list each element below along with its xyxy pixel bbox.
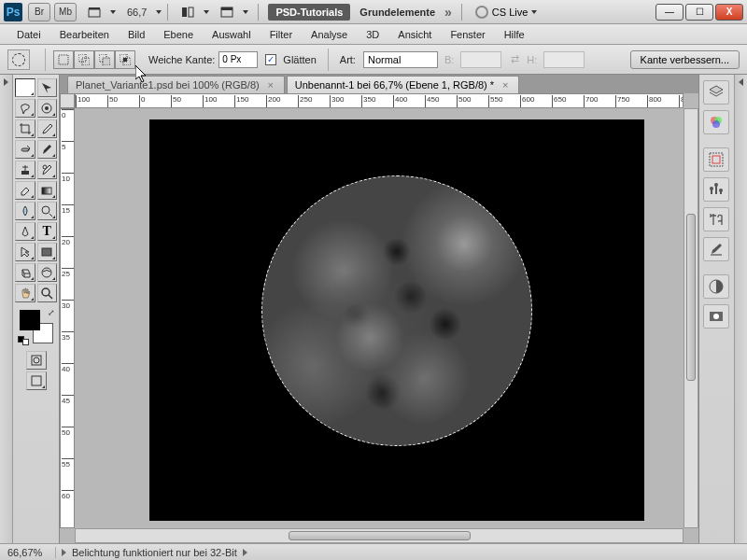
tool-preset-picker[interactable] xyxy=(7,49,30,70)
menu-bild[interactable]: Bild xyxy=(119,26,154,43)
horizontal-ruler[interactable]: 1005005010015020025030035040045050055060… xyxy=(75,93,684,108)
brushes-panel-icon[interactable] xyxy=(703,237,729,261)
photoshop-app-icon: Ps xyxy=(4,3,22,21)
lasso-tool[interactable] xyxy=(15,99,35,118)
minimize-button[interactable]: — xyxy=(655,4,684,21)
scrollbar-thumb[interactable] xyxy=(289,531,471,540)
menu-bearbeiten[interactable]: Bearbeiten xyxy=(50,26,119,43)
menu-3d[interactable]: 3D xyxy=(357,26,388,43)
swap-colors-icon[interactable]: ⤢ xyxy=(48,308,55,317)
play-icon[interactable] xyxy=(62,549,66,556)
color-swatches[interactable]: ⤢ xyxy=(18,308,55,345)
view-extras-icon[interactable] xyxy=(84,3,105,21)
channels-panel-icon[interactable] xyxy=(703,110,729,134)
layers-panel-icon[interactable] xyxy=(703,80,729,105)
clone-stamp-tool[interactable] xyxy=(15,161,35,179)
selection-subtract-button[interactable] xyxy=(94,50,115,69)
workspace-more-icon[interactable]: » xyxy=(444,5,452,20)
svg-rect-37 xyxy=(711,254,722,256)
document-tabs: Planet_Variante1.psd bei 100% (RGB/8)× U… xyxy=(60,75,698,93)
width-label: B: xyxy=(444,54,454,65)
svg-point-31 xyxy=(712,120,720,128)
refine-edge-button[interactable]: Kante verbessern... xyxy=(630,50,740,69)
status-zoom[interactable]: 66,67% xyxy=(4,547,56,558)
document-tab-1[interactable]: Unbenannt-1 bei 66,7% (Ebene 1, RGB/8) *… xyxy=(287,76,519,93)
panel-collapse-left[interactable] xyxy=(0,75,13,543)
menu-filter[interactable]: Filter xyxy=(261,26,302,43)
pen-tool[interactable] xyxy=(15,222,35,241)
navigator-panel-icon[interactable] xyxy=(703,147,729,172)
menu-fenster[interactable]: Fenster xyxy=(441,26,494,43)
eraser-tool[interactable] xyxy=(15,181,35,200)
ruler-origin[interactable] xyxy=(60,93,75,108)
style-select[interactable]: Normal xyxy=(363,51,438,68)
canvas[interactable] xyxy=(149,119,644,521)
close-icon[interactable]: × xyxy=(500,79,511,91)
quick-selection-tool[interactable] xyxy=(37,99,58,118)
3d-rotate-tool[interactable] xyxy=(15,263,35,282)
menu-datei[interactable]: Datei xyxy=(7,26,50,43)
panel-collapse-right[interactable] xyxy=(734,75,747,543)
svg-point-23 xyxy=(42,268,51,277)
default-colors-icon[interactable] xyxy=(18,336,29,345)
adjustments-panel-icon[interactable] xyxy=(703,177,729,202)
vertical-ruler[interactable]: 051015202530354045505560 xyxy=(60,108,75,528)
zoom-tool[interactable] xyxy=(37,284,58,302)
menu-analyse[interactable]: Analyse xyxy=(302,26,357,43)
workspace-psd-tutorials[interactable]: PSD-Tutorials xyxy=(268,4,350,21)
masks-panel-icon[interactable] xyxy=(703,304,729,329)
menu-ansicht[interactable]: Ansicht xyxy=(388,26,441,43)
marquee-tool[interactable] xyxy=(15,78,35,97)
dodge-tool[interactable] xyxy=(37,202,58,220)
svg-rect-3 xyxy=(189,7,193,17)
menu-ebene[interactable]: Ebene xyxy=(154,26,203,43)
chevron-down-icon[interactable] xyxy=(156,10,162,14)
maximize-button[interactable]: ☐ xyxy=(685,4,713,21)
screen-mode-button[interactable] xyxy=(26,371,47,390)
adjustments-circle-icon[interactable] xyxy=(703,274,729,299)
history-brush-tool[interactable] xyxy=(37,161,58,179)
close-icon[interactable]: × xyxy=(265,79,276,91)
menu-hilfe[interactable]: Hilfe xyxy=(495,26,534,43)
svg-rect-22 xyxy=(42,248,51,256)
swap-dimensions-icon: ⇄ xyxy=(507,52,522,67)
selection-intersect-button[interactable] xyxy=(115,50,135,69)
arrange-documents-icon[interactable] xyxy=(177,3,198,21)
svg-point-24 xyxy=(42,288,49,296)
screen-mode-icon[interactable] xyxy=(217,3,237,21)
move-tool[interactable] xyxy=(37,78,58,97)
brush-tool[interactable] xyxy=(37,140,58,159)
zoom-level-label[interactable]: 66,7 xyxy=(127,7,147,18)
hand-tool[interactable] xyxy=(15,284,35,302)
path-selection-tool[interactable] xyxy=(15,243,35,261)
vertical-scrollbar[interactable] xyxy=(684,108,698,528)
svg-rect-19 xyxy=(42,188,51,194)
antialias-checkbox[interactable]: ✓ xyxy=(265,54,276,65)
canvas-viewport[interactable] xyxy=(75,108,684,528)
bridge-button[interactable]: Br xyxy=(28,3,50,21)
rectangle-tool[interactable] xyxy=(37,243,58,261)
feather-input[interactable] xyxy=(218,51,258,68)
type-tool[interactable]: T xyxy=(37,222,58,241)
minibridge-button[interactable]: Mb xyxy=(54,3,77,21)
cs-live-button[interactable]: CS Live xyxy=(475,6,538,19)
workspace-grundelemente[interactable]: Grundelemente xyxy=(359,7,435,18)
quick-mask-button[interactable] xyxy=(26,351,47,370)
play-icon[interactable] xyxy=(243,549,247,556)
eyedropper-tool[interactable] xyxy=(37,119,58,138)
foreground-color[interactable] xyxy=(20,310,40,330)
menu-auswahl[interactable]: Auswahl xyxy=(203,26,261,43)
gradient-tool[interactable] xyxy=(37,181,58,200)
blur-tool[interactable] xyxy=(15,202,35,220)
close-button[interactable]: X xyxy=(715,4,743,21)
character-panel-icon[interactable] xyxy=(703,207,729,231)
horizontal-scrollbar[interactable] xyxy=(75,528,684,543)
document-tab-0[interactable]: Planet_Variante1.psd bei 100% (RGB/8)× xyxy=(67,76,285,93)
scrollbar-thumb[interactable] xyxy=(686,214,696,381)
selection-new-button[interactable] xyxy=(53,50,74,69)
3d-camera-tool[interactable] xyxy=(37,263,58,282)
crop-tool[interactable] xyxy=(15,119,35,138)
height-label: H: xyxy=(527,54,537,65)
selection-add-button[interactable] xyxy=(74,50,94,69)
healing-brush-tool[interactable] xyxy=(15,140,35,159)
